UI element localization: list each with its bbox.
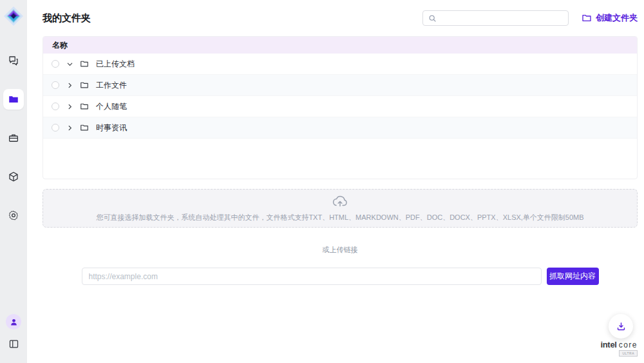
- sidebar-item-toolbox[interactable]: [3, 128, 24, 148]
- folder-icon: [80, 102, 89, 111]
- upload-dropzone[interactable]: 您可直接选择加载文件夹，系统自动处理其中的文件，文件格式支持TXT、HTML、M…: [43, 189, 638, 228]
- panel-toggle-icon: [8, 338, 19, 349]
- download-fab-button[interactable]: [609, 314, 633, 338]
- folder-name: 已上传文档: [96, 59, 135, 70]
- folder-icon: [80, 81, 89, 90]
- search-input[interactable]: [440, 14, 563, 23]
- sidebar-item-folders[interactable]: [3, 89, 24, 110]
- row-checkbox[interactable]: [52, 103, 59, 110]
- briefcase-icon: [8, 132, 19, 144]
- cloud-upload-icon: [332, 194, 348, 211]
- intel-core-logo: intel core ultra: [600, 340, 638, 357]
- row-checkbox[interactable]: [52, 60, 59, 68]
- folder-icon: [8, 93, 19, 105]
- url-upload-row: 抓取网址内容: [43, 268, 638, 285]
- intel-product-text: core: [619, 340, 638, 349]
- folder-name: 时事资讯: [96, 123, 127, 133]
- table-row[interactable]: 已上传文档: [43, 54, 637, 75]
- gear-icon: [8, 210, 19, 221]
- row-checkbox[interactable]: [52, 124, 59, 132]
- intel-ultra-badge: ultra: [619, 350, 638, 357]
- folder-table: 名称 已上传文档 工作文件: [43, 36, 638, 179]
- main-content: 我的文件夹 创建文件夹 名称: [27, 0, 644, 363]
- search-box[interactable]: [422, 10, 569, 26]
- app-logo-icon[interactable]: [3, 5, 24, 27]
- user-avatar[interactable]: [6, 314, 21, 329]
- table-header-row: 名称: [43, 37, 637, 54]
- search-icon: [428, 14, 437, 23]
- chevron-right-icon[interactable]: [65, 103, 74, 110]
- row-checkbox[interactable]: [52, 81, 59, 89]
- intel-brand-text: intel: [600, 340, 616, 349]
- app-window: 我的文件夹 创建文件夹 名称: [0, 0, 644, 363]
- chat-icon: [8, 55, 19, 66]
- folder-plus-icon: [582, 13, 592, 23]
- sidebar-item-models[interactable]: [3, 166, 24, 187]
- cube-icon: [8, 171, 19, 182]
- folder-icon: [80, 59, 89, 68]
- fetch-url-button[interactable]: 抓取网址内容: [547, 268, 599, 285]
- url-input[interactable]: [82, 268, 542, 285]
- page-header: 我的文件夹 创建文件夹: [43, 0, 638, 36]
- sidebar-item-settings[interactable]: [3, 205, 24, 226]
- or-upload-link-label: 或上传链接: [43, 245, 638, 255]
- folder-icon: [80, 123, 89, 132]
- create-folder-label: 创建文件夹: [596, 12, 638, 24]
- chevron-right-icon[interactable]: [65, 82, 74, 89]
- table-row[interactable]: 时事资讯: [43, 117, 637, 139]
- page-title: 我的文件夹: [43, 12, 91, 25]
- sidebar-item-chat[interactable]: [3, 50, 24, 71]
- table-row[interactable]: 个人随笔: [43, 96, 637, 117]
- column-header-name: 名称: [52, 40, 68, 51]
- panel-toggle-button[interactable]: [6, 336, 21, 351]
- sidebar-bottom: [0, 314, 27, 351]
- create-folder-button[interactable]: 创建文件夹: [582, 12, 638, 24]
- folder-name: 个人随笔: [96, 101, 127, 112]
- chevron-right-icon[interactable]: [65, 124, 74, 132]
- chevron-down-icon[interactable]: [65, 61, 74, 68]
- sidebar: [0, 0, 27, 363]
- table-row[interactable]: 工作文件: [43, 75, 637, 96]
- folder-name: 工作文件: [96, 80, 127, 91]
- upload-hint-text: 您可直接选择加载文件夹，系统自动处理其中的文件，文件格式支持TXT、HTML、M…: [96, 213, 583, 222]
- user-icon: [10, 318, 18, 326]
- download-icon: [616, 321, 627, 332]
- sidebar-nav: [3, 50, 24, 226]
